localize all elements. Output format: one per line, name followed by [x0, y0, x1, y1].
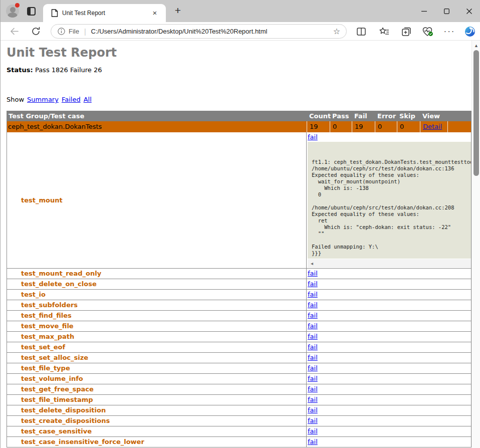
- group-summary-row: ceph_test_dokan.DokanTests 19 0 19 0 0 D…: [7, 121, 471, 132]
- fail-link[interactable]: fail: [308, 301, 318, 309]
- show-filter: ShowSummaryFailedAll: [7, 96, 92, 103]
- favorites-icon[interactable]: [378, 26, 390, 38]
- test-name: test_subfolders: [7, 301, 78, 309]
- table-row: test_case_sensitive fail: [7, 426, 471, 437]
- copilot-icon[interactable]: [464, 26, 476, 38]
- col-header-error: Error: [375, 111, 397, 121]
- status-value: Pass 1826 Failure 26: [33, 66, 102, 74]
- fail-link[interactable]: fail: [308, 364, 318, 372]
- table-row: test_get_free_space fail: [7, 384, 471, 395]
- browser-toolbar: File | C:/Users/Administrator/Desktop/Un…: [1, 22, 480, 41]
- show-failed-link[interactable]: Failed: [62, 96, 81, 103]
- table-row: test_delete_disposition fail: [7, 405, 471, 416]
- test-name: test_io: [7, 291, 46, 298]
- scrollbar-thumb[interactable]: [473, 50, 479, 176]
- test-name: test_set_alloc_size: [7, 354, 88, 361]
- expanded-test-row: test_mount fail ft1.1: ceph_test_dokan.D…: [7, 132, 471, 269]
- browser-essentials-icon[interactable]: [422, 26, 434, 38]
- fail-link[interactable]: fail: [308, 375, 318, 382]
- url-text[interactable]: C:/Users/Administrator/Desktop/Unit%20Te…: [91, 28, 330, 35]
- favorite-star-icon[interactable]: ☆: [333, 27, 340, 36]
- table-row: test_set_eof fail: [7, 342, 471, 353]
- detail-link[interactable]: Detail: [423, 123, 442, 130]
- site-info-icon[interactable]: [58, 28, 65, 35]
- fail-link[interactable]: fail: [308, 396, 318, 403]
- page-content: Unit Test Report Status: Pass 1826 Failu…: [1, 41, 472, 448]
- fail-link[interactable]: fail: [308, 343, 318, 351]
- table-row: test_mount_read_only fail: [7, 269, 471, 279]
- col-header-name: Test Group/Test case: [7, 111, 307, 121]
- fail-link[interactable]: fail: [308, 312, 318, 319]
- fail-link[interactable]: fail: [308, 385, 318, 393]
- table-header-row: Test Group/Test case Count Pass Fail Err…: [7, 111, 471, 121]
- fail-link[interactable]: fail: [308, 322, 318, 330]
- minimize-button[interactable]: [415, 5, 432, 17]
- page-vertical-scrollbar[interactable]: ▲: [471, 41, 480, 448]
- close-window-button[interactable]: [460, 5, 477, 17]
- test-name: test_file_type: [7, 364, 70, 372]
- back-icon[interactable]: [9, 26, 20, 37]
- col-header-count: Count: [307, 111, 330, 121]
- page-document-icon: [51, 9, 58, 17]
- tab-unit-test-report[interactable]: Unit Test Report ×: [43, 4, 166, 22]
- table-row: test_set_alloc_size fail: [7, 353, 471, 363]
- col-header-skip: Skip: [397, 111, 420, 121]
- split-screen-icon[interactable]: [355, 26, 367, 38]
- status-line: Status: Pass 1826 Failure 26: [7, 66, 102, 74]
- test-name: test_file_timestamp: [7, 396, 93, 403]
- test-name: test_get_free_space: [7, 385, 94, 393]
- test-name: test_find_files: [7, 312, 72, 319]
- table-row: test_find_files fail: [7, 311, 471, 321]
- test-name: test_mount: [7, 196, 63, 204]
- scheme-label: File: [69, 28, 79, 35]
- fail-link[interactable]: fail: [308, 427, 318, 435]
- scroll-up-arrow-icon[interactable]: ▲: [474, 43, 478, 48]
- col-header-spacer: [447, 111, 471, 121]
- settings-more-icon[interactable]: ···: [443, 26, 455, 38]
- fail-link[interactable]: fail: [308, 270, 318, 277]
- test-name: test_delete_on_close: [7, 280, 97, 288]
- table-row: test_case_insensitive_force_lower fail: [7, 437, 471, 447]
- tab-close-icon[interactable]: ×: [151, 9, 159, 17]
- collections-icon[interactable]: [400, 26, 412, 38]
- test-name: test_delete_disposition: [7, 406, 106, 414]
- show-label: Show: [7, 96, 24, 103]
- group-skip: 0: [397, 121, 420, 132]
- maximize-button[interactable]: [438, 5, 455, 17]
- show-summary-link[interactable]: Summary: [27, 96, 59, 103]
- address-divider: |: [84, 28, 86, 36]
- new-tab-button[interactable]: +: [171, 4, 184, 17]
- refresh-icon[interactable]: [31, 26, 41, 37]
- fail-link[interactable]: fail: [308, 291, 318, 298]
- table-row: test_file_timestamp fail: [7, 395, 471, 405]
- group-name: ceph_test_dokan.DokanTests: [7, 121, 307, 132]
- col-header-pass: Pass: [330, 111, 352, 121]
- col-header-view: View: [420, 111, 447, 121]
- group-spacer: [447, 121, 471, 132]
- fail-link[interactable]: fail: [308, 417, 318, 424]
- tab-actions-icon[interactable]: [27, 7, 36, 16]
- address-bar[interactable]: File | C:/Users/Administrator/Desktop/Un…: [51, 24, 347, 39]
- table-row: test_file_type fail: [7, 363, 471, 374]
- fail-link[interactable]: fail: [308, 406, 318, 414]
- fail-link[interactable]: fail: [308, 333, 318, 340]
- group-fail: 19: [352, 121, 375, 132]
- avatar-body-icon: [8, 13, 18, 18]
- table-row: test_max_path fail: [7, 332, 471, 342]
- fail-link[interactable]: fail: [308, 280, 318, 288]
- fail-link[interactable]: fail: [308, 133, 318, 141]
- fail-link[interactable]: fail: [308, 354, 318, 361]
- group-error: 0: [375, 121, 397, 132]
- titlebar: Unit Test Report × +: [1, 0, 480, 22]
- show-all-link[interactable]: All: [84, 96, 92, 103]
- scroll-left-arrow-icon[interactable]: ◂: [311, 261, 313, 266]
- profile-notification-dot: [15, 3, 20, 8]
- fail-link[interactable]: fail: [308, 438, 318, 445]
- table-row: test_volume_info fail: [7, 374, 471, 384]
- failure-log-box[interactable]: ft1.1: ceph_test_dokan.DokanTests.test_m…: [308, 142, 471, 259]
- test-name: test_set_eof: [7, 343, 65, 351]
- test-name: test_create_dispositions: [7, 417, 110, 424]
- browser-window: Unit Test Report × + File | C:/Users/Adm…: [0, 0, 480, 448]
- test-name: test_volume_info: [7, 375, 83, 382]
- log-horizontal-scrollbar[interactable]: ◂: [308, 259, 471, 268]
